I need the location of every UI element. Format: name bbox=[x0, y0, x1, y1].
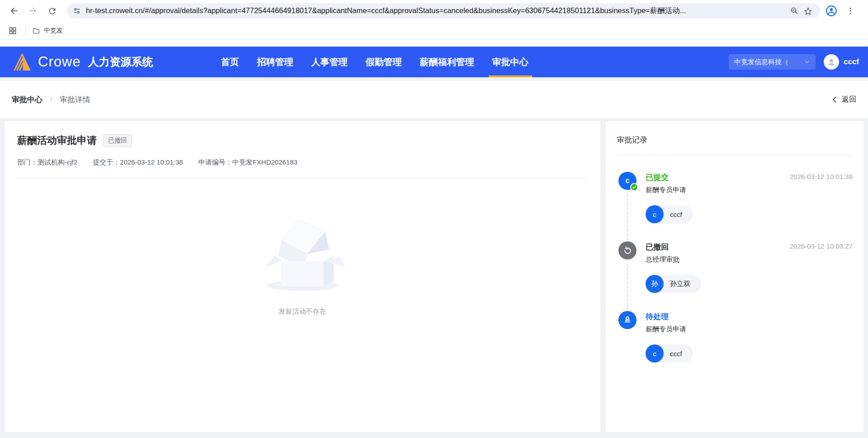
status-badge: 已撤回 bbox=[103, 134, 132, 147]
assignee-name: cccf bbox=[664, 211, 693, 218]
approval-meta: 部门： 测试机构-cjf2 提交于： 2026-03-12 10:01:38 申… bbox=[17, 158, 588, 167]
browser-toolbar: hr-test.croweit.cn/#/approval/details?ap… bbox=[0, 0, 868, 22]
bookmark-folder-label: 中竞发 bbox=[44, 27, 63, 35]
assignee-chip: 孙 孙立双 bbox=[646, 275, 701, 293]
reload-icon bbox=[47, 6, 57, 16]
assignee-name: cccf bbox=[664, 350, 693, 358]
product-name: 人力资源系统 bbox=[88, 55, 153, 69]
meta-number-value: 中竞发FXHD2026183 bbox=[232, 158, 297, 167]
assignee-chip: c cccf bbox=[646, 344, 693, 363]
zoom-out-icon bbox=[790, 6, 799, 15]
back-link[interactable]: 返回 bbox=[831, 95, 856, 104]
approval-detail-card: 薪酬活动审批申请 已撤回 部门： 测试机构-cjf2 提交于： 2026-03-… bbox=[5, 121, 600, 432]
reload-button[interactable] bbox=[44, 3, 60, 19]
bookmark-star-button[interactable] bbox=[801, 4, 815, 18]
address-bar[interactable]: hr-test.croweit.cn/#/approval/details?ap… bbox=[67, 3, 820, 19]
page-content: 审批中心 审批详情 返回 薪酬活动审批申请 已撤回 部门： 测试机构-cjf2 bbox=[0, 77, 868, 438]
meta-submitted-value: 2026-03-12 10:01:38 bbox=[120, 158, 183, 167]
timeline-item-submitted: c 已提交 2026-03-12 10:01:38 薪酬专员申请 c cccf bbox=[618, 173, 853, 242]
folder-icon bbox=[32, 27, 40, 35]
pending-avatar bbox=[618, 311, 637, 329]
profile-button[interactable] bbox=[824, 3, 839, 19]
withdrawn-avatar bbox=[618, 241, 637, 259]
apps-grid-icon bbox=[8, 26, 17, 35]
breadcrumb-separator-icon bbox=[48, 96, 54, 103]
meta-dept-label: 部门： bbox=[17, 158, 38, 167]
url-text[interactable]: hr-test.croweit.cn/#/approval/details?ap… bbox=[86, 6, 788, 16]
site-settings-icon[interactable] bbox=[72, 6, 81, 15]
meta-submitted-label: 提交于： bbox=[93, 158, 120, 167]
record-time: 2026-03-12 10:03:27 bbox=[790, 242, 853, 250]
chevron-left-icon bbox=[831, 96, 839, 104]
bookmark-folder[interactable]: 中竞发 bbox=[32, 27, 63, 35]
meta-number-label: 申请编号： bbox=[198, 158, 232, 167]
nav-item-approval-center[interactable]: 审批中心 bbox=[492, 47, 528, 77]
record-node: 薪酬专员申请 bbox=[646, 325, 853, 334]
apps-button[interactable] bbox=[6, 24, 19, 37]
record-status: 已撤回 bbox=[646, 242, 669, 252]
panel-divider bbox=[617, 155, 853, 155]
assignee-avatar: c bbox=[646, 344, 664, 363]
undo-icon bbox=[623, 246, 632, 255]
nav-item-home[interactable]: 首页 bbox=[221, 47, 239, 77]
person-icon bbox=[826, 57, 836, 67]
breadcrumb-root[interactable]: 审批中心 bbox=[12, 94, 42, 105]
meta-dept-value: 测试机构-cjf2 bbox=[38, 158, 77, 167]
timeline-item-pending: 待处理 薪酬专员申请 c cccf bbox=[618, 312, 853, 363]
star-icon bbox=[803, 6, 813, 16]
stamp-icon bbox=[623, 315, 632, 325]
zoom-button[interactable] bbox=[788, 4, 801, 18]
forward-arrow-icon bbox=[28, 6, 38, 16]
bookmarks-bar: 中竞发 bbox=[0, 22, 868, 40]
assignee-avatar: c bbox=[646, 205, 664, 223]
back-arrow-icon bbox=[9, 6, 19, 16]
section-divider bbox=[17, 178, 588, 178]
timeline-connector bbox=[627, 194, 628, 240]
record-node: 总经理审批 bbox=[646, 255, 853, 264]
app-logo[interactable]: Crowe 人力资源系统 bbox=[11, 52, 153, 71]
assignee-name: 孙立双 bbox=[664, 280, 701, 288]
breadcrumb-current: 审批详情 bbox=[60, 94, 90, 105]
record-status: 已提交 bbox=[646, 173, 669, 183]
org-selector-value: 中竞发信息科技（ bbox=[734, 58, 788, 66]
user-menu[interactable]: cccf bbox=[824, 54, 859, 70]
panel-title: 审批记录 bbox=[617, 135, 853, 145]
kebab-menu-icon bbox=[846, 6, 855, 15]
chevron-down-icon bbox=[804, 59, 810, 65]
forward-button[interactable] bbox=[25, 3, 41, 19]
nav-item-compensation[interactable]: 薪酬福利管理 bbox=[420, 47, 474, 77]
back-button[interactable] bbox=[6, 3, 22, 19]
nav-item-attendance[interactable]: 假勤管理 bbox=[366, 47, 402, 77]
breadcrumb: 审批中心 审批详情 返回 bbox=[0, 81, 868, 118]
assignee-avatar: 孙 bbox=[646, 275, 664, 293]
timeline-item-withdrawn: 已撤回 2026-03-12 10:03:27 总经理审批 孙 孙立双 bbox=[618, 242, 853, 312]
empty-box-illustration bbox=[255, 213, 350, 294]
crowe-logo-icon bbox=[11, 52, 32, 71]
brand-name: Crowe bbox=[38, 54, 81, 70]
nav-item-personnel[interactable]: 人事管理 bbox=[311, 47, 348, 77]
timeline-connector bbox=[627, 264, 628, 310]
empty-state: 发薪活动不存在 bbox=[17, 213, 588, 316]
nav-item-recruitment[interactable]: 招聘管理 bbox=[257, 47, 293, 77]
org-selector[interactable]: 中竞发信息科技（ bbox=[729, 54, 816, 70]
approval-timeline: c 已提交 2026-03-12 10:01:38 薪酬专员申请 c cccf bbox=[617, 173, 853, 363]
user-avatar bbox=[824, 54, 839, 70]
page-top-gap bbox=[0, 40, 868, 47]
record-time: 2026-03-12 10:01:38 bbox=[790, 173, 853, 180]
submitter-initial: c bbox=[626, 177, 630, 185]
approval-records-panel: 审批记录 c 已提交 2026-03-12 10:01:38 bbox=[606, 121, 863, 432]
browser-menu-button[interactable] bbox=[843, 3, 858, 19]
empty-text: 发薪活动不存在 bbox=[279, 307, 326, 316]
profile-icon bbox=[826, 5, 837, 17]
approval-title: 薪酬活动审批申请 bbox=[17, 134, 97, 147]
username: cccf bbox=[844, 57, 859, 66]
bookmarks-divider bbox=[25, 26, 26, 35]
app-header: Crowe 人力资源系统 首页 招聘管理 人事管理 假勤管理 薪酬福利管理 审批… bbox=[0, 47, 868, 77]
submitter-avatar: c bbox=[618, 172, 637, 190]
record-status: 待处理 bbox=[646, 312, 669, 322]
record-node: 薪酬专员申请 bbox=[646, 186, 853, 194]
back-label: 返回 bbox=[842, 95, 856, 104]
main-nav: 首页 招聘管理 人事管理 假勤管理 薪酬福利管理 审批中心 bbox=[221, 47, 528, 77]
assignee-chip: c cccf bbox=[646, 205, 693, 223]
check-badge-icon bbox=[630, 183, 638, 191]
